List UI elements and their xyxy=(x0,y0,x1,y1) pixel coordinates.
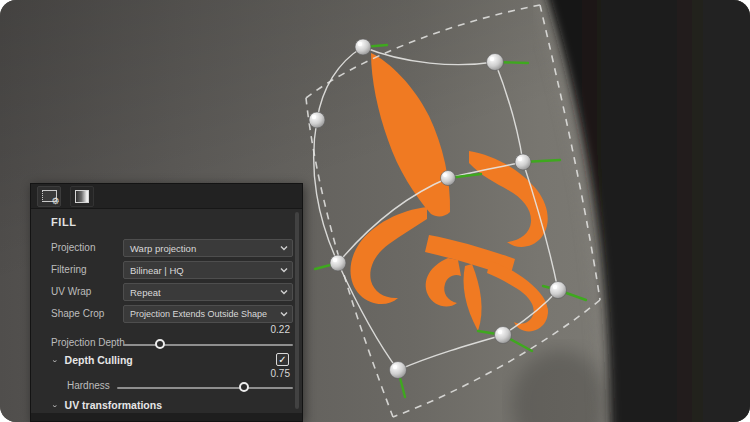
section-uv-transformations[interactable]: ⌄ UV transformations xyxy=(51,399,162,411)
uv-wrap-value: Repeat xyxy=(124,287,280,298)
warp-control-point xyxy=(390,362,407,379)
shape-crop-dropdown[interactable]: Projection Extends Outside Shape xyxy=(123,305,293,323)
row-filtering: Filtering Bilinear | HQ xyxy=(31,261,302,281)
shape-crop-value: Projection Extends Outside Shape xyxy=(124,309,280,319)
chevron-down-icon xyxy=(280,244,288,252)
panel-title: FILL xyxy=(51,216,77,228)
hardness-label: Hardness xyxy=(67,380,110,391)
warp-control-point xyxy=(487,54,504,71)
chevron-down-icon: ⌄ xyxy=(51,401,59,409)
panel-tabbar: ⚙ xyxy=(31,184,302,209)
hardness-value: 0.75 xyxy=(271,368,290,379)
depth-culling-title: Depth Culling xyxy=(65,354,133,366)
warp-control-point xyxy=(355,39,371,55)
chevron-down-icon: ⌄ xyxy=(51,356,59,364)
projection-depth-value: 0.22 xyxy=(271,324,290,335)
app-screenshot: ⚙ FILL Projection Warp projection Filter… xyxy=(0,0,750,422)
uv-wrap-label: UV Wrap xyxy=(51,286,91,297)
depth-culling-checkbox[interactable]: ✓ xyxy=(276,353,289,366)
tab-fill-settings[interactable]: ⚙ xyxy=(37,186,61,207)
projection-gear-icon: ⚙ xyxy=(42,190,57,202)
warp-control-point xyxy=(441,171,456,186)
warp-control-point xyxy=(330,255,346,271)
shape-crop-label: Shape Crop xyxy=(51,308,104,319)
filtering-value: Bilinear | HQ xyxy=(124,265,280,276)
fill-properties-panel: ⚙ FILL Projection Warp projection Filter… xyxy=(30,183,303,422)
panel-scrollbar[interactable] xyxy=(295,212,299,409)
projection-value: Warp projection xyxy=(124,243,280,254)
hardness-slider[interactable] xyxy=(117,387,293,389)
projection-depth-label: Projection Depth xyxy=(51,337,125,348)
projection-label: Projection xyxy=(51,242,95,253)
filtering-dropdown[interactable]: Bilinear | HQ xyxy=(123,261,293,279)
row-projection: Projection Warp projection xyxy=(31,239,302,259)
row-uv-wrap: UV Wrap Repeat xyxy=(31,283,302,303)
row-shape-crop: Shape Crop Projection Extends Outside Sh… xyxy=(31,305,302,325)
section-depth-culling[interactable]: ⌄ Depth Culling xyxy=(51,354,133,366)
projection-depth-slider[interactable] xyxy=(123,344,293,346)
projection-dropdown[interactable]: Warp projection xyxy=(123,239,293,257)
panel-footer-strip xyxy=(31,413,302,421)
chevron-down-icon xyxy=(280,288,288,296)
projection-depth-slider-handle[interactable] xyxy=(155,339,165,349)
warp-control-point xyxy=(550,282,567,299)
warp-control-point xyxy=(515,154,531,170)
uv-wrap-dropdown[interactable]: Repeat xyxy=(123,283,293,301)
chevron-down-icon xyxy=(280,310,288,318)
chevron-down-icon xyxy=(280,266,288,274)
tab-material[interactable] xyxy=(70,186,94,207)
hardness-slider-handle[interactable] xyxy=(239,382,249,392)
filtering-label: Filtering xyxy=(51,264,87,275)
warp-control-point xyxy=(309,112,325,128)
material-roll-icon xyxy=(75,190,89,203)
warp-control-point xyxy=(495,327,512,344)
uv-transformations-title: UV transformations xyxy=(65,399,162,411)
